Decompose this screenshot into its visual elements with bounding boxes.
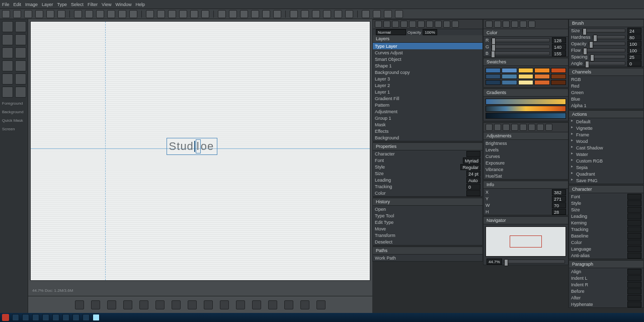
- workspace-switcher-icon[interactable]: [602, 1, 609, 8]
- canvastool-8-icon[interactable]: [204, 300, 213, 309]
- action-row[interactable]: Quadrant: [569, 171, 643, 177]
- layerstrip-5-icon[interactable]: [418, 21, 425, 28]
- colorstrip-3-icon[interactable]: [511, 21, 518, 28]
- char-row[interactable]: Color: [569, 239, 643, 246]
- swatch[interactable]: [534, 68, 549, 73]
- tool-gradient[interactable]: [15, 73, 26, 85]
- char-value[interactable]: [627, 213, 641, 219]
- brush-slider[interactable]: [589, 42, 625, 46]
- colorstrip-0-icon[interactable]: [486, 21, 493, 28]
- para-row[interactable]: After: [569, 294, 643, 301]
- history-row[interactable]: Open: [373, 206, 482, 212]
- adjust-row[interactable]: Curves: [484, 153, 568, 159]
- menu-image[interactable]: Image: [25, 2, 38, 7]
- blend-mode-select[interactable]: Normal: [376, 29, 406, 35]
- optbar-0-icon[interactable]: [2, 10, 10, 18]
- optbar-15-icon[interactable]: [179, 10, 187, 18]
- swatch[interactable]: [518, 80, 533, 85]
- swatch[interactable]: [518, 74, 533, 79]
- navigator-zoom-field[interactable]: 44.7%: [487, 259, 502, 265]
- prop-row[interactable]: Character: [373, 150, 482, 157]
- taskbar-pin[interactable]: [32, 314, 39, 321]
- char-row[interactable]: Font: [569, 193, 643, 200]
- tool-type[interactable]: [15, 87, 26, 98]
- info-row[interactable]: X382: [484, 189, 568, 195]
- taskbar-pin[interactable]: [83, 314, 90, 321]
- menu-select[interactable]: Select: [71, 2, 84, 7]
- char-value[interactable]: [627, 246, 641, 252]
- layerstrip-2-icon[interactable]: [392, 21, 399, 28]
- tool-wand[interactable]: [15, 34, 26, 45]
- layerstrip-9-icon[interactable]: [452, 21, 459, 28]
- prop-value[interactable]: 24 pt: [466, 171, 480, 177]
- canvastool-6-icon[interactable]: [172, 300, 181, 309]
- prop-row[interactable]: FontMyriad: [373, 157, 482, 164]
- tool-move[interactable]: [2, 21, 13, 32]
- canvastool-0-icon[interactable]: [75, 300, 84, 309]
- action-row[interactable]: Frame: [569, 131, 643, 138]
- adjust-row[interactable]: Brightness: [484, 140, 568, 146]
- tool-lasso[interactable]: [2, 34, 13, 45]
- taskbar-pin[interactable]: [52, 314, 59, 321]
- history-row[interactable]: Transform: [373, 232, 482, 238]
- optbar-8-icon[interactable]: [96, 10, 104, 18]
- canvas[interactable]: Studloe: [30, 21, 370, 281]
- layerstrip-0-icon[interactable]: [375, 21, 382, 28]
- swatch[interactable]: [551, 80, 566, 85]
- taskbar-pin[interactable]: [12, 314, 19, 321]
- colorstrip-5-icon[interactable]: [528, 21, 535, 28]
- prop-value[interactable]: Regular: [460, 164, 480, 170]
- optbar-32-icon[interactable]: [384, 10, 392, 18]
- tool-clone[interactable]: [15, 60, 26, 71]
- swatch[interactable]: [502, 68, 517, 73]
- channel-row[interactable]: Alpha 1: [569, 102, 643, 109]
- brush-slider-value[interactable]: 0: [627, 60, 641, 66]
- char-value[interactable]: [627, 226, 641, 232]
- para-row[interactable]: Indent R: [569, 281, 643, 288]
- layer-row[interactable]: Smart Object: [373, 56, 482, 62]
- para-value[interactable]: [627, 288, 641, 294]
- optbar-26-icon[interactable]: [312, 10, 320, 18]
- adjust-row[interactable]: Levels: [484, 146, 568, 153]
- colorstrip-2-icon[interactable]: [503, 21, 510, 28]
- optbar-19-icon[interactable]: [229, 10, 237, 18]
- taskbar-pin[interactable]: [62, 314, 69, 321]
- prop-row[interactable]: Color: [373, 190, 482, 196]
- adjstrip-3-icon[interactable]: [511, 124, 518, 131]
- history-row[interactable]: Edit Type: [373, 219, 482, 225]
- brush-slider-value[interactable]: 100: [627, 47, 641, 53]
- swatch[interactable]: [518, 68, 533, 73]
- layer-row[interactable]: Effects: [373, 128, 482, 134]
- layerstrip-4-icon[interactable]: [409, 21, 416, 28]
- char-row[interactable]: Kerning: [569, 219, 643, 226]
- canvastool-2-icon[interactable]: [107, 300, 116, 309]
- optbar-31-icon[interactable]: [373, 10, 381, 18]
- menu-file[interactable]: File: [2, 2, 10, 7]
- optbar-25-icon[interactable]: [301, 10, 309, 18]
- action-row[interactable]: Water: [569, 151, 643, 157]
- prop-value[interactable]: Myriad: [463, 157, 480, 164]
- action-row[interactable]: Default: [569, 118, 643, 125]
- optbar-21-icon[interactable]: [251, 10, 259, 18]
- info-row[interactable]: W70: [484, 202, 568, 208]
- brush-slider-value[interactable]: 25: [627, 54, 641, 60]
- adjstrip-6-icon[interactable]: [537, 124, 544, 131]
- brush-slider[interactable]: [593, 35, 625, 39]
- action-row[interactable]: Save PNG: [569, 177, 643, 184]
- optbar-18-icon[interactable]: [218, 10, 226, 18]
- para-row[interactable]: Indent L: [569, 275, 643, 281]
- layerstrip-8-icon[interactable]: [443, 21, 450, 28]
- canvastool-11-icon[interactable]: [252, 300, 261, 309]
- char-row[interactable]: Style: [569, 200, 643, 206]
- adjstrip-0-icon[interactable]: [486, 124, 493, 131]
- layer-row[interactable]: Background copy: [373, 69, 482, 75]
- layerstrip-1-icon[interactable]: [383, 21, 390, 28]
- char-value[interactable]: [627, 239, 641, 246]
- history-row[interactable]: Type Tool: [373, 212, 482, 219]
- char-row[interactable]: Baseline: [569, 232, 643, 239]
- swatch[interactable]: [534, 74, 549, 79]
- optbar-12-icon[interactable]: [146, 10, 154, 18]
- optbar-27-icon[interactable]: [323, 10, 331, 18]
- menu-filter[interactable]: Filter: [88, 2, 98, 7]
- layer-row[interactable]: Layer 2: [373, 82, 482, 89]
